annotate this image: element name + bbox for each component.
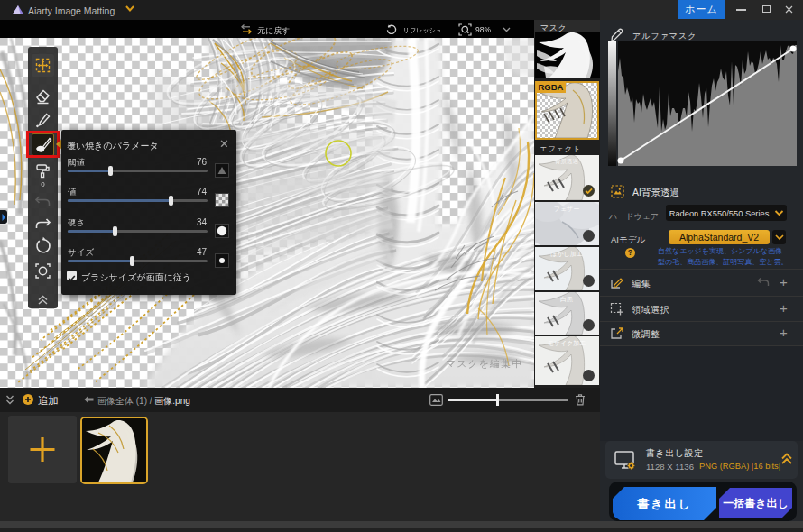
svg-text:ぼかし加工: ぼかし加工 (550, 251, 583, 258)
svg-text:モザイク加工: モザイク加工 (548, 340, 586, 346)
svg-text:白黒: 白黒 (560, 296, 573, 303)
svg-text:背景透過: 背景透過 (555, 158, 579, 164)
svg-text:マスクを編集中: マスクを編集中 (446, 358, 522, 369)
svg-text:フェザー: フェザー (554, 206, 580, 212)
